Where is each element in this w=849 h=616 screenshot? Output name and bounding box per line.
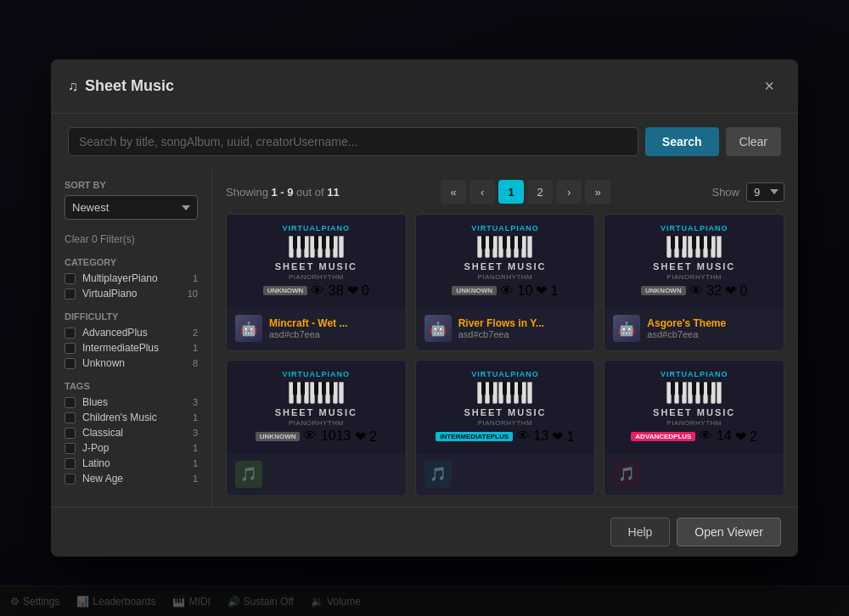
card-1-avatar: 🤖: [235, 315, 262, 342]
card-5-sheet-label: SHEET MUSIC: [464, 407, 546, 417]
category-filter-section: CATEGORY MultiplayerPiano 1 VirtualPiano…: [65, 257, 198, 300]
sort-select[interactable]: Newest Oldest Most Viewed Most Liked: [65, 195, 198, 220]
card-1-meta-row: PIANORHYTHM: [289, 273, 344, 281]
card-6-difficulty-badge: ADVANCEDPLUS: [631, 432, 695, 441]
pagination-bar: Showing 1 - 9 out of 11 « ‹ 1 2 › » Show…: [226, 180, 784, 204]
last-page-button[interactable]: »: [585, 180, 610, 204]
card-2-meta-row: PIANORHYTHM: [478, 273, 533, 281]
card-3-meta-row: PIANORHYTHM: [666, 273, 722, 281]
card-2-stats-row: UNKNOWN 👁 10 ❤ 1: [452, 283, 558, 299]
next-page-button[interactable]: ›: [556, 180, 582, 204]
filter-item-blues[interactable]: Blues 3: [65, 396, 198, 408]
filter-label-blues: Blues: [82, 396, 193, 408]
checkbox-childrens-music[interactable]: [65, 412, 76, 423]
checkbox-jpop[interactable]: [65, 443, 76, 454]
category-filter-title: CATEGORY: [65, 257, 198, 267]
card-3[interactable]: VIRTUALPIANO: [604, 214, 784, 351]
filter-count-virtual-piano: 10: [188, 288, 198, 299]
clear-filters-button[interactable]: Clear 0 Filter(s): [65, 233, 198, 245]
card-3-sheet-label: SHEET MUSIC: [653, 261, 735, 272]
card-2[interactable]: VIRTUALPIANO: [415, 214, 596, 351]
card-3-author: asd#cb7eea: [647, 329, 775, 339]
checkbox-unknown[interactable]: [65, 358, 76, 369]
checkbox-new-age[interactable]: [65, 473, 76, 484]
checkbox-virtual-piano[interactable]: [65, 288, 76, 300]
filter-count-latino: 1: [193, 458, 198, 468]
card-2-sheet-label: SHEET MUSIC: [464, 261, 546, 272]
checkbox-multiplayer-piano[interactable]: [65, 273, 76, 284]
card-6-image: VIRTUALPIANO: [604, 361, 784, 454]
filter-count-classical: 3: [193, 428, 198, 438]
filter-label-unknown: Unknown: [82, 357, 193, 369]
card-2-views: 👁 10: [500, 283, 532, 299]
filter-item-classical[interactable]: Classical 3: [65, 427, 198, 439]
tags-filter-section: TAGS Blues 3 Children's Music 1 Classica…: [65, 381, 198, 484]
filter-item-advanced-plus[interactable]: AdvancedPlus 2: [65, 327, 198, 339]
card-3-vp-label: VIRTUALPIANO: [661, 224, 728, 232]
filter-label-virtual-piano: VirtualPiano: [82, 288, 188, 300]
show-per-page-select[interactable]: 9 18 27: [746, 182, 784, 202]
card-5[interactable]: VIRTUALPIANO: [415, 360, 596, 497]
first-page-button[interactable]: «: [441, 180, 466, 204]
checkbox-advanced-plus[interactable]: [65, 328, 76, 339]
card-3-views: 👁 32: [689, 283, 722, 299]
card-1-likes: ❤ 0: [347, 283, 369, 299]
card-5-avatar: 🎵: [424, 461, 452, 488]
filter-item-new-age[interactable]: New Age 1: [65, 473, 198, 484]
card-3-stats-row: UNKNOWN 👁 32 ❤ 0: [641, 283, 747, 299]
card-5-views: 👁 13: [516, 428, 548, 444]
card-2-image: VIRTUALPIANO: [416, 215, 595, 308]
page-2-button[interactable]: 2: [527, 180, 553, 204]
card-1[interactable]: VIRTUALPIANO: [226, 214, 407, 351]
show-label: Show: [711, 186, 739, 199]
card-1-sheet-label: SHEET MUSIC: [275, 261, 357, 272]
card-6[interactable]: VIRTUALPIANO: [604, 360, 784, 497]
card-2-difficulty-badge: UNKNOWN: [452, 286, 497, 295]
filter-count-intermediate-plus: 1: [193, 343, 198, 353]
checkbox-intermediate-plus[interactable]: [65, 343, 76, 354]
main-content: Showing 1 - 9 out of 11 « ‹ 1 2 › » Show…: [212, 170, 798, 507]
filter-item-latino[interactable]: Latino 1: [65, 457, 198, 469]
card-6-vp-label: VIRTUALPIANO: [661, 370, 728, 378]
help-button[interactable]: Help: [610, 518, 671, 546]
filter-item-childrens-music[interactable]: Children's Music 1: [65, 412, 198, 423]
filter-item-multipayer-piano[interactable]: MultiplayerPiano 1: [65, 272, 198, 284]
search-button[interactable]: Search: [645, 127, 719, 156]
filter-item-unknown[interactable]: Unknown 8: [65, 357, 198, 369]
checkbox-blues[interactable]: [65, 397, 76, 408]
card-5-meta-row: PIANORHYTHM: [478, 419, 533, 427]
card-4-meta-row: PIANORHYTHM: [289, 419, 344, 427]
prev-page-button[interactable]: ‹: [469, 180, 495, 204]
search-input[interactable]: [68, 127, 638, 156]
modal-body: SORT BY Newest Oldest Most Viewed Most L…: [51, 170, 798, 507]
filter-label-intermediate-plus: IntermediatePlus: [82, 342, 193, 354]
card-4[interactable]: VIRTUALPIANO: [226, 360, 407, 497]
card-2-likes: ❤ 1: [536, 283, 558, 299]
filter-item-virtual-piano[interactable]: VirtualPiano 10: [65, 288, 198, 300]
showing-text: Showing 1 - 9 out of 11: [226, 186, 340, 199]
modal-title-text: Sheet Music: [85, 77, 174, 95]
filter-label-advanced-plus: AdvancedPlus: [82, 327, 193, 339]
clear-search-button[interactable]: Clear: [726, 127, 781, 156]
checkbox-latino[interactable]: [65, 458, 76, 469]
page-1-button[interactable]: 1: [498, 180, 524, 204]
card-2-title: River Flows in Y...: [458, 317, 587, 329]
card-3-info: 🤖 Asgore's Theme asd#cb7eea: [604, 308, 784, 349]
filter-label-latino: Latino: [82, 457, 193, 469]
filter-count-advanced-plus: 2: [193, 328, 198, 338]
close-button[interactable]: ×: [757, 73, 781, 99]
filter-label-multiplayer-piano: MultiplayerPiano: [82, 272, 193, 284]
filter-item-jpop[interactable]: J-Pop 1: [65, 442, 198, 454]
card-4-image: VIRTUALPIANO: [227, 361, 406, 454]
checkbox-classical[interactable]: [65, 428, 76, 439]
open-viewer-button[interactable]: Open Viewer: [677, 518, 781, 546]
card-3-text: Asgore's Theme asd#cb7eea: [647, 317, 775, 339]
pagination: « ‹ 1 2 › »: [441, 180, 610, 204]
music-icon: ♫: [68, 79, 78, 94]
card-1-title: Mincraft - Wet ...: [269, 317, 397, 329]
difficulty-filter-title: DIFFICULTY: [65, 311, 198, 322]
card-5-likes: ❤ 1: [552, 428, 574, 445]
filter-item-intermediate-plus[interactable]: IntermediatePlus 1: [65, 342, 198, 354]
cards-grid: VIRTUALPIANO: [226, 214, 784, 496]
card-1-difficulty-badge: UNKNOWN: [263, 286, 308, 295]
